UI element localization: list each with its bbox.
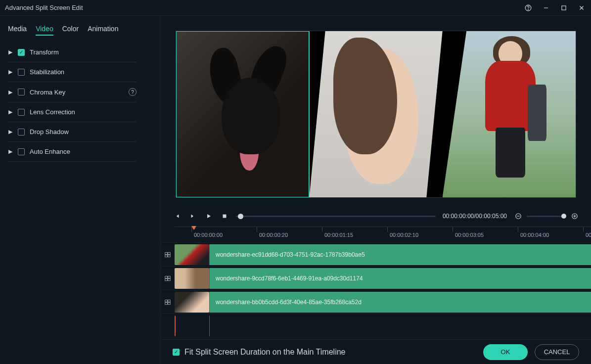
timecode: 00:00:00:00/00:00:05:00 [443,213,507,220]
checkbox-stabilization[interactable] [18,69,25,76]
option-label: Stabilization [30,68,136,76]
checkbox-fit-duration[interactable]: ✓ [173,349,180,356]
checkbox-auto-enhance[interactable] [18,148,25,155]
option-transform[interactable]: ▶ ✓ Transform [8,43,136,62]
ruler-tick: 00:00:00:00 [191,227,223,232]
sidebar-tabs: Media Video Color Animation [0,23,160,39]
zoom-slider[interactable] [527,216,566,217]
option-label: Transform [30,48,136,56]
seek-handle[interactable] [238,214,243,219]
tab-media[interactable]: Media [8,23,27,36]
checkbox-chroma-key[interactable] [18,89,25,95]
svg-rect-12 [165,252,168,254]
zoom-controls [514,212,579,221]
timeline-track[interactable]: wondershare-9ccd78f6-6eb1-4469-91ea-a09d… [161,266,591,290]
split-screen-preview[interactable] [176,31,576,198]
ruler-tick: 00:00:00:20 [257,227,288,232]
clip[interactable]: wondershare-9ccd78f6-6eb1-4469-91ea-a09d… [209,268,591,289]
clip-thumbnail[interactable] [175,292,209,313]
track-icon [161,251,175,258]
help-icon[interactable]: ? [129,88,136,96]
ok-button[interactable]: OK [483,344,528,360]
minimize-icon[interactable] [542,3,550,12]
footer: ✓ Fit Split Screen Duration on the Main … [161,339,591,364]
svg-rect-3 [562,5,566,9]
ruler-tick: 00:00:04:00 [518,227,549,232]
timeline-track[interactable]: wondershare-ec91dd68-d703-4751-92ac-1787… [161,242,591,266]
clip-thumbnail[interactable] [175,244,209,265]
chevron-right-icon: ▶ [8,49,13,55]
timeline-track-empty[interactable] [161,314,591,337]
checkbox-transform[interactable]: ✓ [18,49,25,56]
checkbox-lens-correction[interactable] [18,109,25,116]
stop-button[interactable] [220,212,229,221]
option-stabilization[interactable]: ▶ Stabilization [8,62,136,82]
timeline: wondershare-ec91dd68-d703-4751-92ac-1787… [161,240,591,339]
titlebar: Advanced Split Screen Edit [0,0,591,16]
svg-rect-21 [168,300,171,302]
split-pane-1[interactable] [176,31,309,197]
option-auto-enhance[interactable]: ▶ Auto Enhance [8,142,136,162]
step-forward-button[interactable] [188,212,197,221]
tab-video[interactable]: Video [36,23,53,36]
svg-rect-13 [168,252,171,254]
sidebar: Media Video Color Animation ▶ ✓ Transfor… [0,16,161,364]
clip-thumbnail[interactable] [175,268,209,289]
track-icon [161,275,175,282]
option-drop-shadow[interactable]: ▶ Drop Shadow [8,122,136,142]
split-pane-2[interactable] [309,31,442,197]
chevron-right-icon: ▶ [8,69,13,75]
step-back-button[interactable] [173,212,182,221]
preview-area [161,16,591,209]
ruler-tick: 00:00:03:05 [453,227,484,232]
ruler-tick: 00:00:01:15 [322,227,353,232]
timeline-ruler[interactable]: 00:00:00:00 00:00:00:20 00:00:01:15 00:0… [175,227,591,240]
fit-duration-option[interactable]: ✓ Fit Split Screen Duration on the Main … [173,348,345,357]
svg-point-1 [528,9,529,10]
window-controls [524,3,586,12]
window-title: Advanced Split Screen Edit [5,4,83,11]
ruler-tick: 00:00:02:10 [387,227,418,232]
tab-animation[interactable]: Animation [88,23,118,36]
clip[interactable]: wondershare-bb0b5cdd-6d3f-40e4-85ae-35fb… [209,292,591,313]
maximize-icon[interactable] [559,3,568,12]
cancel-button[interactable]: CANCEL [535,344,579,360]
clip-thumbnail [175,316,209,336]
svg-rect-22 [165,302,168,304]
svg-rect-16 [165,276,168,278]
svg-rect-19 [168,278,171,280]
option-chroma-key[interactable]: ▶ Chroma Key ? [8,82,136,102]
svg-rect-14 [165,255,168,257]
play-button[interactable] [204,212,213,221]
svg-rect-20 [165,300,168,302]
svg-rect-23 [168,302,171,304]
seek-bar[interactable] [236,216,436,217]
timeline-track[interactable]: wondershare-bb0b5cdd-6d3f-40e4-85ae-35fb… [161,290,591,314]
svg-rect-18 [165,278,168,280]
content: 00:00:00:00/00:00:05:00 00:00:00:00 00:0… [161,16,591,364]
player-controls: 00:00:00:00/00:00:05:00 [161,209,591,224]
tab-color[interactable]: Color [62,23,79,36]
zoom-handle[interactable] [561,214,566,219]
split-pane-3[interactable] [443,31,576,197]
chevron-right-icon: ▶ [8,129,13,135]
option-label: Chroma Key [30,89,124,96]
track-icon [161,299,175,306]
option-label: Auto Enhance [30,148,136,155]
video-options: ▶ ✓ Transform ▶ Stabilization ▶ Chroma K… [0,39,160,162]
fit-duration-label: Fit Split Screen Duration on the Main Ti… [184,348,345,357]
chevron-right-icon: ▶ [8,148,13,155]
help-icon[interactable] [524,3,533,12]
chevron-right-icon: ▶ [8,89,13,95]
svg-rect-15 [168,255,171,257]
zoom-in-button[interactable] [570,212,579,221]
option-label: Lens Correction [30,108,136,116]
option-label: Drop Shadow [30,128,136,136]
clip[interactable]: wondershare-ec91dd68-d703-4751-92ac-1787… [209,244,591,265]
ruler-tick: 00:00:0 [583,227,591,232]
close-icon[interactable] [577,3,586,12]
zoom-out-button[interactable] [514,212,523,221]
svg-rect-6 [223,215,227,218]
checkbox-drop-shadow[interactable] [18,129,25,136]
option-lens-correction[interactable]: ▶ Lens Correction [8,102,136,122]
